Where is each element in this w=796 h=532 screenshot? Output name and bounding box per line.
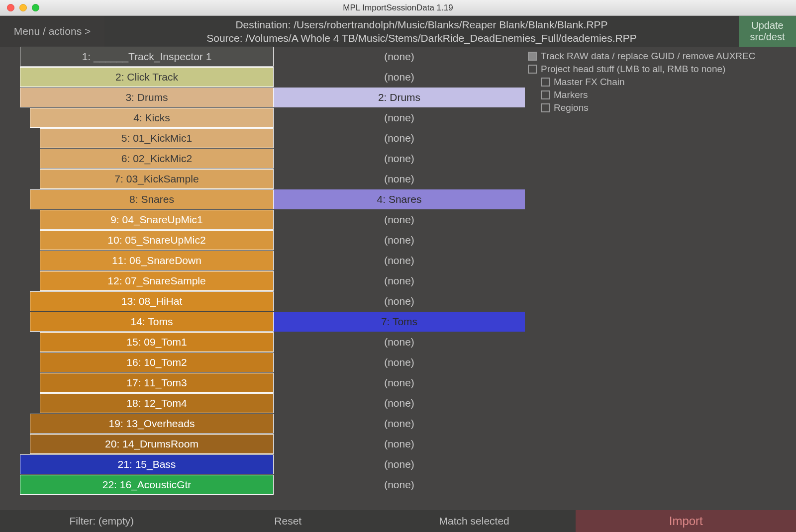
source-track-cell[interactable]: 9: 04_SnareUpMic1	[40, 210, 274, 230]
options-pane: Track RAW data / replace GUID / remove A…	[525, 47, 796, 510]
source-track-cell[interactable]: 5: 01_KickMic1	[40, 128, 274, 148]
track-row: 15: 09_Tom1(none)	[0, 332, 525, 352]
checkbox-icon[interactable]	[528, 52, 537, 61]
source-path: Source: /Volumes/A Whole 4 TB/Music/Stem…	[206, 31, 637, 45]
destination-track-cell[interactable]: (none)	[274, 169, 525, 189]
source-track-cell[interactable]: 20: 14_DrumsRoom	[30, 434, 274, 454]
destination-path: Destination: /Users/robertrandolph/Music…	[235, 18, 607, 31]
footer: Filter: (empty) Reset Match selected Imp…	[0, 510, 796, 532]
destination-track-cell[interactable]: (none)	[274, 251, 525, 270]
destination-track-cell[interactable]: (none)	[274, 332, 525, 352]
source-track-cell[interactable]: 1: ______Track_Inspector 1	[20, 47, 274, 67]
option-markers[interactable]: Markers	[528, 89, 793, 100]
track-row: 21: 15_Bass(none)	[0, 454, 525, 474]
menu-actions-button[interactable]: Menu / actions >	[0, 16, 104, 47]
track-row: 4: Kicks(none)	[0, 108, 525, 128]
reset-button[interactable]: Reset	[203, 510, 373, 532]
track-row: 12: 07_SnareSample(none)	[0, 271, 525, 291]
option-raw-data[interactable]: Track RAW data / replace GUID / remove A…	[528, 51, 793, 62]
source-track-cell[interactable]: 16: 10_Tom2	[40, 353, 274, 372]
source-track-cell[interactable]: 15: 09_Tom1	[40, 332, 274, 352]
track-row: 10: 05_SnareUpMic2(none)	[0, 230, 525, 250]
match-selected-button[interactable]: Match selected	[373, 510, 576, 532]
destination-track-cell[interactable]: (none)	[274, 373, 525, 393]
track-row: 3: Drums2: Drums	[0, 88, 525, 107]
track-row: 9: 04_SnareUpMic1(none)	[0, 210, 525, 230]
app-window: MPL ImportSessionData 1.19 Menu / action…	[0, 0, 796, 532]
close-icon[interactable]	[7, 4, 14, 11]
track-row: 2: Click Track(none)	[0, 67, 525, 87]
track-row: 1: ______Track_Inspector 1(none)	[0, 47, 525, 67]
source-track-cell[interactable]: 12: 07_SnareSample	[40, 271, 274, 291]
update-src-dest-button[interactable]: Update src/dest	[739, 16, 796, 47]
source-track-cell[interactable]: 13: 08_HiHat	[30, 291, 274, 311]
source-track-cell[interactable]: 6: 02_KickMic2	[40, 149, 274, 169]
destination-track-cell[interactable]: (none)	[274, 67, 525, 87]
track-row: 20: 14_DrumsRoom(none)	[0, 434, 525, 454]
destination-track-cell[interactable]: (none)	[274, 108, 525, 128]
destination-track-cell[interactable]: (none)	[274, 149, 525, 169]
header: Menu / actions > Destination: /Users/rob…	[0, 16, 796, 47]
destination-track-cell[interactable]: (none)	[274, 47, 525, 67]
track-row: 6: 02_KickMic2(none)	[0, 149, 525, 169]
option-regions[interactable]: Regions	[528, 102, 793, 113]
source-track-cell[interactable]: 10: 05_SnareUpMic2	[40, 230, 274, 250]
destination-track-cell[interactable]: (none)	[274, 210, 525, 230]
track-row: 13: 08_HiHat(none)	[0, 291, 525, 311]
track-row: 17: 11_Tom3(none)	[0, 373, 525, 393]
traffic-lights	[0, 4, 39, 11]
destination-track-cell[interactable]: 2: Drums	[274, 88, 525, 107]
destination-track-cell[interactable]: (none)	[274, 454, 525, 474]
track-row: 16: 10_Tom2(none)	[0, 353, 525, 372]
checkbox-icon[interactable]	[541, 78, 550, 87]
window-title: MPL ImportSessionData 1.19	[0, 3, 796, 13]
source-track-cell[interactable]: 14: Toms	[30, 312, 274, 332]
source-track-cell[interactable]: 7: 03_KickSample	[40, 169, 274, 189]
destination-track-cell[interactable]: (none)	[274, 128, 525, 148]
destination-track-cell[interactable]: (none)	[274, 271, 525, 291]
source-track-cell[interactable]: 2: Click Track	[20, 67, 274, 87]
destination-track-cell[interactable]: (none)	[274, 291, 525, 311]
tracks-pane[interactable]: 1: ______Track_Inspector 1(none)2: Click…	[0, 47, 525, 510]
track-row: 7: 03_KickSample(none)	[0, 169, 525, 189]
destination-track-cell[interactable]: 4: Snares	[274, 189, 525, 209]
minimize-icon[interactable]	[19, 4, 27, 11]
track-row: 18: 12_Tom4(none)	[0, 393, 525, 413]
destination-track-cell[interactable]: (none)	[274, 475, 525, 495]
destination-track-cell[interactable]: (none)	[274, 393, 525, 413]
checkbox-icon[interactable]	[541, 103, 550, 112]
destination-track-cell[interactable]: (none)	[274, 230, 525, 250]
titlebar: MPL ImportSessionData 1.19	[0, 0, 796, 16]
destination-track-cell[interactable]: (none)	[274, 434, 525, 454]
source-track-cell[interactable]: 8: Snares	[30, 189, 274, 209]
destination-track-cell[interactable]: 7: Toms	[274, 312, 525, 332]
source-track-cell[interactable]: 3: Drums	[20, 88, 274, 107]
source-track-cell[interactable]: 17: 11_Tom3	[40, 373, 274, 393]
track-row: 14: Toms7: Toms	[0, 312, 525, 332]
paths-display: Destination: /Users/robertrandolph/Music…	[104, 16, 739, 47]
option-project-head[interactable]: Project head stuff (LMB to all, RMB to n…	[528, 64, 793, 75]
source-track-cell[interactable]: 19: 13_Overheads	[30, 414, 274, 434]
source-track-cell[interactable]: 11: 06_SnareDown	[40, 251, 274, 270]
source-track-cell[interactable]: 4: Kicks	[30, 108, 274, 128]
track-row: 19: 13_Overheads(none)	[0, 414, 525, 434]
destination-track-cell[interactable]: (none)	[274, 414, 525, 434]
destination-track-cell[interactable]: (none)	[274, 353, 525, 372]
track-row: 22: 16_AcousticGtr(none)	[0, 475, 525, 495]
source-track-cell[interactable]: 21: 15_Bass	[20, 454, 274, 474]
main-area: 1: ______Track_Inspector 1(none)2: Click…	[0, 47, 796, 510]
import-button[interactable]: Import	[576, 510, 796, 532]
source-track-cell[interactable]: 22: 16_AcousticGtr	[20, 475, 274, 495]
option-master-fx[interactable]: Master FX Chain	[528, 77, 793, 88]
checkbox-icon[interactable]	[541, 90, 550, 99]
track-row: 8: Snares4: Snares	[0, 189, 525, 209]
fullscreen-icon[interactable]	[32, 4, 39, 11]
source-track-cell[interactable]: 18: 12_Tom4	[40, 393, 274, 413]
track-row: 11: 06_SnareDown(none)	[0, 251, 525, 270]
filter-button[interactable]: Filter: (empty)	[0, 510, 203, 532]
checkbox-icon[interactable]	[528, 65, 537, 74]
track-row: 5: 01_KickMic1(none)	[0, 128, 525, 148]
